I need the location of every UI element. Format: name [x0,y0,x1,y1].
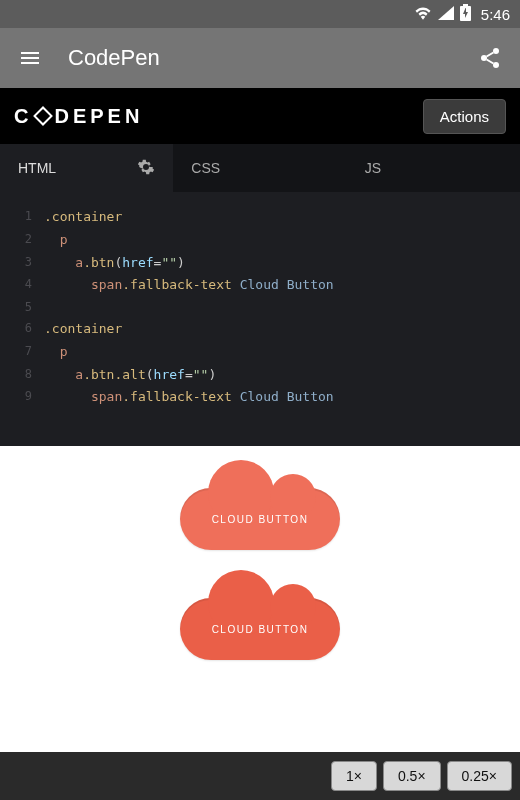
tab-label: HTML [18,160,56,176]
svg-point-0 [493,48,499,54]
code-line: 8 a.btn.alt(href="") [10,364,510,387]
code-content: p [44,341,67,364]
actions-button[interactable]: Actions [423,99,506,134]
tab-label: CSS [191,160,220,176]
cellular-icon [438,6,454,23]
code-content: a.btn.alt(href="") [44,364,216,387]
code-content: p [44,229,67,252]
codepen-logo: CDEPEN [14,105,143,128]
preview-pane: CLOUD BUTTON CLOUD BUTTON [0,446,520,752]
tab-label: JS [365,160,381,176]
cloud-button-label: CLOUD BUTTON [212,624,309,635]
code-line: 5 [10,297,510,318]
battery-icon [460,4,471,24]
line-number: 2 [10,229,32,252]
tab-css[interactable]: CSS [173,144,346,192]
app-title: CodePen [68,45,476,71]
cloud-button-alt[interactable]: CLOUD BUTTON [180,598,340,660]
gear-icon[interactable] [137,158,155,179]
zoom-quarter[interactable]: 0.25× [447,761,512,791]
code-line: 2 p [10,229,510,252]
app-bar: CodePen [0,28,520,88]
tab-html[interactable]: HTML [0,144,173,192]
code-editor[interactable]: 1.container2 p3 a.btn(href="")4 span.fal… [0,192,520,446]
code-content: span.fallback-text Cloud Button [44,274,334,297]
cloud-button[interactable]: CLOUD BUTTON [180,488,340,550]
logo-row: CDEPEN Actions [0,88,520,144]
code-line: 4 span.fallback-text Cloud Button [10,274,510,297]
line-number: 1 [10,206,32,229]
line-number: 5 [10,297,32,318]
wifi-icon [414,6,432,23]
tab-js[interactable]: JS [347,144,520,192]
cloud-button-label: CLOUD BUTTON [212,514,309,525]
code-content: a.btn(href="") [44,252,185,275]
code-line: 9 span.fallback-text Cloud Button [10,386,510,409]
line-number: 7 [10,341,32,364]
line-number: 8 [10,364,32,387]
code-line: 7 p [10,341,510,364]
app-root: 5:46 CodePen CDEPEN Actions HTML CSS JS [0,0,520,800]
code-line: 3 a.btn(href="") [10,252,510,275]
code-content: .container [44,206,122,229]
code-content: .container [44,318,122,341]
code-line: 6.container [10,318,510,341]
line-number: 3 [10,252,32,275]
status-bar: 5:46 [0,0,520,28]
line-number: 4 [10,274,32,297]
svg-point-2 [493,62,499,68]
svg-point-1 [481,55,487,61]
code-content: span.fallback-text Cloud Button [44,386,334,409]
menu-button[interactable] [16,44,44,72]
zoom-1x[interactable]: 1× [331,761,377,791]
logo-diamond-icon [34,106,54,126]
line-number: 9 [10,386,32,409]
line-number: 6 [10,318,32,341]
zoom-bar: 1× 0.5× 0.25× [0,752,520,800]
share-button[interactable] [476,44,504,72]
zoom-half[interactable]: 0.5× [383,761,441,791]
editor-tabs: HTML CSS JS [0,144,520,192]
code-line: 1.container [10,206,510,229]
status-time: 5:46 [481,6,510,23]
